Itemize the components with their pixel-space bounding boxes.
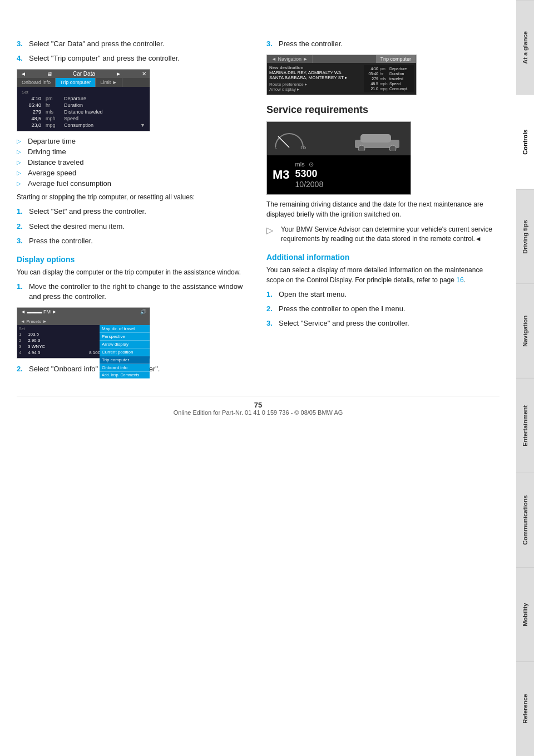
label-speed: Speed: [64, 116, 78, 121]
nav-ss-header: ◄ Navigation ► Trip computer: [267, 55, 416, 63]
display-step-text-1: Move the controller to the right to chan…: [29, 282, 250, 302]
additional-information-heading: Additional information: [266, 253, 500, 262]
ss-row-set: Set: [22, 89, 145, 95]
display-step-1: 1. Move the controller to the right to c…: [17, 282, 250, 302]
info-box-text: Your BMW Service Advisor can determine y…: [281, 225, 500, 244]
nav-dest-label: New destination: [269, 65, 364, 70]
tab-at-a-glance[interactable]: At a glance: [516, 0, 534, 95]
unit-departure: pm: [46, 96, 60, 101]
reset-step-2: 2. Select the desired menu item.: [17, 222, 250, 232]
right-column: 3. Press the controller. ◄ Navigation ► …: [266, 39, 500, 379]
nav-ss-body: New destination MARINA DEL REY, ADMIRALT…: [267, 63, 416, 95]
page-link[interactable]: 16: [456, 276, 463, 284]
display-step-num-1: 1.: [17, 282, 26, 302]
speed-gauge: - 100: [273, 125, 306, 151]
menu-perspective[interactable]: Perspective: [100, 333, 150, 341]
additional-step-2: 2. Press the controller to open the i me…: [266, 304, 500, 314]
nav-screenshot: ◄ Navigation ► Trip computer New destina…: [266, 55, 417, 95]
nav-data-5: 21.0mpgConsumpt.: [366, 86, 412, 91]
header-close: ✕: [142, 71, 146, 77]
val-speed: 48,5: [22, 116, 41, 121]
step-text-4: Select "Trip computer" and press the con…: [29, 53, 250, 63]
nav-data-1: 4:10pmDeparture: [366, 66, 412, 71]
step-num-4: 4.: [17, 53, 26, 63]
bullet-arrow-4: ▷: [17, 170, 24, 176]
val-consumption: 23,0: [22, 122, 41, 128]
header-right-arrow: ►: [116, 71, 121, 77]
svg-point-6: [389, 145, 396, 151]
add-step-text-2: Press the controller to open the i menu.: [279, 304, 500, 314]
svg-text:-: -: [275, 145, 277, 150]
label-consumption: Consumption: [64, 122, 93, 128]
nav-data-2: 05:40hrDuration: [366, 71, 412, 76]
val-duration: 05:40: [22, 102, 41, 108]
right-step-text-3: Press the controller.: [279, 39, 500, 49]
tab-driving-tips[interactable]: Driving tips: [516, 189, 534, 284]
tab-communications[interactable]: Communications: [516, 473, 534, 567]
menu-map[interactable]: Map dir. of travel: [100, 325, 150, 333]
svg-rect-4: [360, 134, 391, 143]
additional-para: You can select a display of more detaile…: [266, 265, 500, 285]
display-options-heading: Display options: [17, 255, 250, 264]
reset-text: Starting or stopping the trip computer, …: [17, 192, 250, 202]
two-column-layout: 3. Select "Car Data" and press the contr…: [17, 39, 500, 379]
bullet-distance-traveled: ▷ Distance traveled: [17, 158, 250, 166]
unit-speed: mph: [46, 116, 60, 121]
service-model-name: M3: [273, 168, 290, 182]
bullet-text-2: Driving time: [28, 148, 66, 156]
service-details: mls ⊙ 5300 10/2008: [295, 161, 324, 189]
menu-position[interactable]: Current position: [100, 348, 150, 356]
main-content: 3. Select "Car Data" and press the contr…: [0, 0, 516, 756]
context-menu: Map dir. of travel Perspective Arrow dis…: [100, 325, 150, 379]
assist-preset-text: ◄ Presets ►: [21, 319, 47, 324]
nav-addr-2: SANTA BARBARA, MONTERREY ST ▸: [269, 75, 364, 80]
display-step-num-2: 2.: [17, 364, 26, 374]
unit-consumption: mpg: [46, 122, 60, 128]
ss-data-row-4: 48,5 mph Speed: [22, 115, 145, 122]
nav-tab-navigation[interactable]: ◄ Navigation ►: [267, 55, 313, 63]
right-step-num-3: 3.: [266, 39, 275, 49]
step-3: 3. Select "Car Data" and press the contr…: [17, 39, 250, 49]
bullet-text-5: Average fuel consumption: [28, 179, 111, 188]
tab-onboard-info[interactable]: Onboard info: [17, 78, 56, 87]
assist-set-label: Set: [19, 327, 28, 331]
additional-step-1: 1. Open the start menu.: [266, 289, 500, 300]
reset-step-num-1: 1.: [17, 207, 26, 217]
tab-reference[interactable]: Reference: [516, 661, 534, 756]
display-options-text: You can display the computer or the trip…: [17, 267, 250, 277]
nav-links: Route preference ▸ Arrow display ▸: [269, 82, 364, 92]
menu-trip[interactable]: Trip computer: [100, 356, 150, 364]
service-ss-body: M3 mls ⊙ 5300 10/2008: [267, 155, 411, 194]
nav-link-arrow[interactable]: Arrow display ▸: [269, 87, 364, 92]
assist-fm-label: ◄ ▬▬▬ FM ►: [21, 309, 57, 315]
menu-onboard[interactable]: Onboard info: [100, 364, 150, 372]
tab-entertainment[interactable]: Entertainment: [516, 378, 534, 473]
reset-step-text-1: Select "Set" and press the controller.: [29, 207, 250, 217]
service-requirements-heading: Service requirements: [266, 104, 500, 116]
info-arrow-icon: ▷: [266, 225, 278, 235]
nav-ss-right: 4:10pmDeparture 05:40hrDuration 279mlstr…: [364, 65, 414, 92]
menu-comments[interactable]: Add. Insp. Comments: [100, 372, 150, 379]
add-step-text-3: Select "Service" and press the controlle…: [279, 318, 500, 328]
nav-tab-trip[interactable]: Trip computer: [376, 55, 416, 63]
nav-link-route[interactable]: Route preference ▸: [269, 82, 364, 87]
tab-navigation[interactable]: Navigation: [516, 283, 534, 378]
assist-screenshot: ◄ ▬▬▬ FM ► 🔊 ◄ Presets ► Set 1 103.5: [17, 307, 150, 359]
bullet-text-1: Departure time: [28, 137, 76, 145]
station-4: 4:94.3: [28, 350, 87, 355]
odometer-icon: ⊙: [309, 161, 314, 168]
bullet-driving-time: ▷ Driving time: [17, 148, 250, 156]
reset-step-1: 1. Select "Set" and press the controller…: [17, 207, 250, 217]
tab-controls[interactable]: Controls: [516, 95, 534, 189]
menu-arrow[interactable]: Arrow display: [100, 341, 150, 348]
ss-data-row-1: 4:10 pm Departure: [22, 95, 145, 102]
tab-limit[interactable]: Limit ►: [96, 78, 122, 87]
tab-trip-computer[interactable]: Trip computer: [56, 78, 96, 87]
header-title: Car Data: [73, 71, 95, 77]
tab-mobility[interactable]: Mobility: [516, 567, 534, 662]
reset-step-text-2: Select the desired menu item.: [29, 222, 250, 232]
add-step-num-2: 2.: [266, 304, 275, 314]
bullet-arrow-3: ▷: [17, 159, 24, 165]
nav-data-4: 48.5mphSpeed: [366, 81, 412, 86]
step-num-3: 3.: [17, 39, 26, 49]
